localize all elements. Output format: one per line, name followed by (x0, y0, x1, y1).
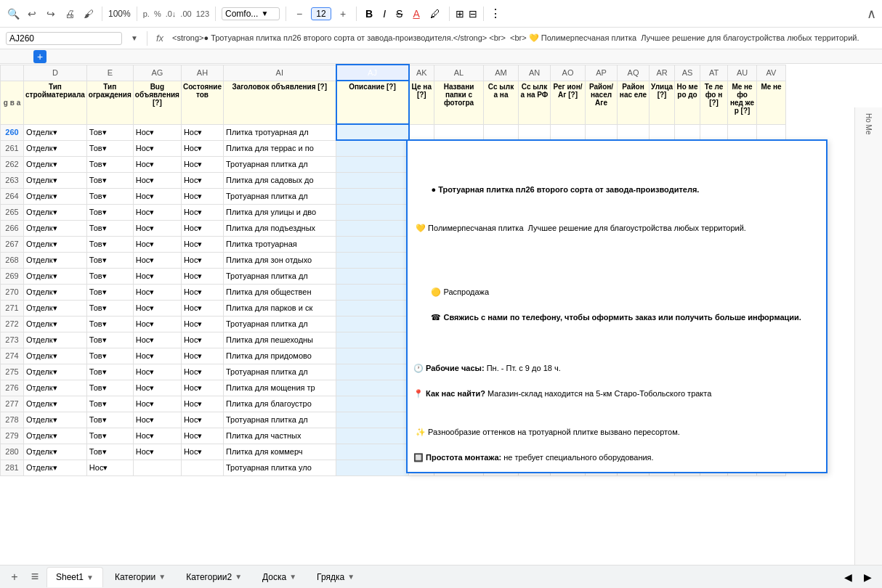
font-size-box[interactable]: 12 (311, 7, 331, 20)
expanded-cell-content: ● Тротуарная плитка пл26 второго сорта о… (413, 171, 820, 473)
col-header-E[interactable]: E (86, 65, 133, 81)
tab-bar: + ≡ Sheet1 ▼ Категории ▼ Категории2 ▼ До… (0, 565, 882, 588)
header-cell-AS: Но ме ро до (675, 81, 700, 124)
header-cell-AN: Сс ылк а на РФ (519, 81, 551, 124)
sheet-menu-button[interactable]: ≡ (26, 568, 44, 586)
formula-divider (147, 31, 147, 46)
column-header-row: D E AG AH AI AJ AK AL AM AN AO AP AQ AR (1, 65, 786, 81)
cell-AO260[interactable] (551, 124, 586, 140)
cell-AU260[interactable] (728, 124, 757, 140)
tab-gryadka-label: Грядка (317, 572, 344, 582)
cell-AG260[interactable]: Нос▾ (133, 124, 181, 140)
col-header-AR[interactable]: AR (650, 65, 675, 81)
cell-AL260[interactable] (434, 124, 484, 140)
cell-AP260[interactable] (586, 124, 618, 140)
corner-cell (1, 65, 24, 81)
font-color-button[interactable]: A (410, 7, 422, 21)
cell-AI260[interactable]: Плитка тротуарная дл (224, 124, 336, 140)
font-size-increase-icon[interactable]: + (336, 7, 350, 21)
tab-kategorii2[interactable]: Категории2 ▼ (177, 567, 251, 587)
header-cell-AI: Заголовок объявления [?] (224, 81, 336, 124)
paint-format-icon[interactable]: 🖌 (81, 7, 96, 21)
collapse-icon[interactable]: ∧ (867, 6, 876, 22)
col-header-AL[interactable]: AL (434, 65, 484, 81)
col-header-AS[interactable]: AS (675, 65, 700, 81)
cell-D260[interactable]: Отделк▾ (24, 124, 87, 140)
divider3 (215, 7, 216, 21)
header-cell-AO: Рег ион/ Аг [?] (551, 81, 586, 124)
col-header-AJ[interactable]: AJ (336, 65, 409, 81)
tab-scroll-right[interactable]: ▶ (859, 571, 876, 583)
col-header-AV[interactable]: AV (757, 65, 786, 81)
highlight-button[interactable]: 🖊 (427, 7, 443, 21)
header-data-row: g в а Тип стройматериала Тип ограждения … (1, 81, 786, 124)
num123-label: 123 (196, 9, 209, 18)
col-header-AI[interactable]: AI (224, 65, 336, 81)
tab-sheet1-arrow: ▼ (86, 573, 94, 581)
redo-icon[interactable]: ↪ (44, 7, 58, 21)
tab-kategorii2-label: Категории2 (186, 572, 232, 582)
cell-AS260[interactable] (675, 124, 700, 140)
tab-scroll-left[interactable]: ◀ (840, 571, 857, 583)
col-header-AK[interactable]: AK (409, 65, 434, 81)
decimal2-label: .00 (180, 9, 191, 18)
col-header-AU[interactable]: AU (728, 65, 757, 81)
print-icon[interactable]: 🖨 (62, 7, 77, 21)
divider1 (102, 7, 102, 21)
cell-reference-input[interactable] (6, 32, 122, 45)
fx-icon: fx (156, 33, 163, 44)
header-row-num: g в а (1, 81, 24, 124)
col-header-AM[interactable]: AM (484, 65, 519, 81)
italic-button[interactable]: I (380, 7, 389, 21)
cell-AK260[interactable] (409, 124, 434, 140)
header-cell-AR: Улица [?] (650, 81, 675, 124)
header-cell-AJ: Описание [?] (336, 81, 409, 124)
search-icon[interactable]: 🔍 (6, 7, 20, 21)
formula-content[interactable]: <strong>● Тротуарная плитка пл26 второго… (172, 33, 876, 43)
tab-gryadka[interactable]: Грядка ▼ (308, 567, 363, 587)
tab-kategorii-label: Категории (115, 572, 155, 582)
cell-AM260[interactable] (484, 124, 519, 140)
cell-AR260[interactable] (650, 124, 675, 140)
col-header-AG[interactable]: AG (133, 65, 181, 81)
font-selector[interactable]: Comfo... ▼ (222, 7, 280, 20)
toolbar: 🔍 ↩ ↪ 🖨 🖌 100% р. % .0↓ .00 123 Comfo...… (0, 0, 882, 28)
cell-AJ260[interactable] (336, 124, 409, 140)
col-header-AH[interactable]: AH (181, 65, 223, 81)
font-size-decrease-icon[interactable]: − (292, 7, 307, 21)
cell-AQ260[interactable] (618, 124, 650, 140)
table-row: 260 Отделк▾ Тов▾ Нос▾ Нос▾ Плитка тротуа… (1, 124, 786, 140)
cell-AV260[interactable] (757, 124, 786, 140)
cell-AH260[interactable]: Нос▾ (181, 124, 223, 140)
header-cell-AH: Состояние тов (181, 81, 223, 124)
more-options-icon[interactable]: ⋮ (490, 7, 501, 20)
tab-sheet1[interactable]: Sheet1 ▼ (46, 567, 103, 587)
col-header-AQ[interactable]: AQ (618, 65, 650, 81)
cell-AN260[interactable] (519, 124, 551, 140)
header-cell-AU: Ме не фо нед же р [?] (728, 81, 757, 124)
undo-icon[interactable]: ↩ (25, 7, 39, 21)
col-header-AT[interactable]: AT (700, 65, 728, 81)
add-freeze-button[interactable]: + (33, 50, 46, 63)
add-sheet-button[interactable]: + (6, 568, 23, 586)
freeze-bar: + (0, 49, 882, 64)
bold-button[interactable]: B (363, 7, 376, 21)
cell-AT260[interactable] (700, 124, 728, 140)
expanded-cell-overlay[interactable]: ● Тротуарная плитка пл26 второго сорта о… (406, 139, 828, 473)
header-cell-AL: Названи папки с фотогра (434, 81, 484, 124)
col-header-D[interactable]: D (24, 65, 87, 81)
cell-E260[interactable]: Тов▾ (86, 124, 133, 140)
cell-ref-dropdown[interactable]: ▼ (131, 34, 138, 42)
col-header-AP[interactable]: AP (586, 65, 618, 81)
strikethrough-button[interactable]: S (393, 7, 405, 21)
tab-kategorii[interactable]: Категории ▼ (106, 567, 174, 587)
borders-button[interactable]: ⊞ (456, 8, 464, 20)
header-cell-AQ: Район нас еле (618, 81, 650, 124)
tab-kategorii2-arrow: ▼ (235, 573, 242, 581)
tab-doska[interactable]: Доска ▼ (254, 567, 305, 587)
header-cell-E: Тип ограждения (86, 81, 133, 124)
col-header-AN[interactable]: AN (519, 65, 551, 81)
zoom-label: р. (143, 9, 150, 18)
merge-button[interactable]: ⊟ (469, 8, 477, 20)
col-header-AO[interactable]: AO (551, 65, 586, 81)
